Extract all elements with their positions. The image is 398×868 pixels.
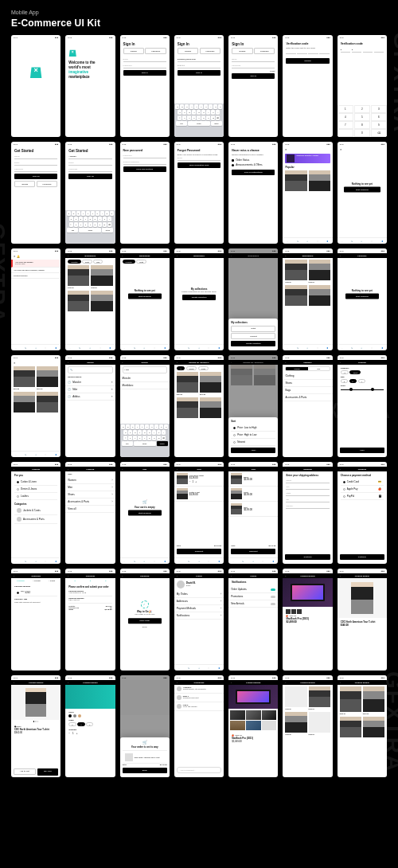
password-field[interactable]: Password — [123, 64, 166, 68]
city-field[interactable]: City — [286, 485, 329, 490]
email-field[interactable]: Email — [123, 57, 166, 62]
email-field[interactable]: Email — [14, 161, 57, 166]
confirm-button[interactable]: Confirm — [286, 58, 329, 64]
recent-search[interactable]: 🕐Moncler× — [65, 379, 115, 386]
product-card[interactable] — [68, 291, 89, 311]
product-card[interactable] — [200, 372, 221, 393]
keyboard[interactable]: qwertyuiop asdfghjkl ⇧zxcvbnm⌫ 123spaces… — [120, 424, 170, 457]
password-field[interactable]: Password — [123, 154, 166, 158]
product-card[interactable] — [68, 265, 89, 286]
category-item[interactable]: Shoes — [283, 380, 332, 387]
facebook-button[interactable]: Facebook — [145, 48, 166, 54]
toggle-row[interactable]: Promotions — [228, 593, 278, 600]
cart-item[interactable]: Wool Blend Jacket$128.00−1+ — [174, 471, 224, 487]
filter-chip[interactable]: Pants — [198, 366, 209, 370]
order-status-toggle[interactable]: Order Status — [236, 158, 249, 162]
cat-item[interactable]: Jackets & Coats — [14, 506, 57, 515]
profile-item[interactable]: Notifications› — [174, 612, 224, 620]
cart-item[interactable]: Cotton T-shirt$128.00 — [174, 487, 224, 502]
cat-item[interactable]: Accessories & Parts — [14, 515, 57, 524]
cat-viewall[interactable]: View all — [65, 506, 115, 513]
collection-outfit[interactable]: Outfit — [231, 326, 275, 332]
email-field[interactable]: Email — [178, 156, 220, 161]
filter-chip[interactable]: New — [93, 260, 103, 264]
tab-home[interactable]: ⌂ — [287, 240, 288, 242]
sort-option[interactable]: Newest — [231, 439, 275, 446]
google-button[interactable]: Google — [178, 48, 198, 54]
google-button[interactable]: Google — [14, 181, 35, 187]
country-field[interactable]: Country — [286, 504, 329, 509]
notify-button[interactable]: Turn on Notifications — [232, 170, 275, 175]
notification-item[interactable]: Your order has been confirmed, shipped — [11, 268, 60, 273]
start-shopping-button[interactable]: Start shopping — [345, 293, 379, 299]
cart-item[interactable]: Pants$128.00 — [228, 487, 278, 502]
product-card[interactable] — [309, 260, 330, 280]
filter-chip[interactable]: All — [177, 366, 185, 370]
name-field[interactable]: Amanda — [68, 154, 111, 159]
qty-minus[interactable]: − — [68, 732, 70, 735]
product-card[interactable] — [177, 397, 198, 418]
size-chip[interactable]: S — [341, 379, 348, 383]
product-card[interactable] — [200, 397, 221, 418]
product-card[interactable] — [309, 686, 330, 707]
product-card[interactable] — [37, 392, 58, 412]
continue-button[interactable]: Continue — [340, 554, 384, 560]
password-field[interactable]: Password — [68, 167, 111, 172]
profile-item[interactable]: Addresses› — [174, 598, 224, 605]
signup-button[interactable]: Sign Up — [14, 174, 57, 179]
keyboard[interactable]: qwertyuiop asdfghjkl ⇧zxcvbnm⌫ 123spacer… — [65, 210, 115, 244]
category-item[interactable]: Accessories & Parts — [283, 394, 332, 401]
product-card[interactable] — [14, 366, 35, 387]
tab-cart[interactable]: 🛒 — [306, 240, 308, 242]
product-card[interactable] — [91, 291, 112, 311]
email-field[interactable]: Email — [68, 161, 111, 166]
notification-item[interactable]: Your order has shipped12 min ago — [11, 260, 60, 268]
tab-search[interactable]: 🔍 — [297, 240, 298, 242]
zip-field[interactable]: Zip — [286, 498, 329, 502]
start-shopping-button[interactable]: Start shopping — [344, 186, 380, 192]
size-chip[interactable]: M — [349, 379, 357, 383]
pay-option[interactable]: Credit Card💳 — [341, 479, 384, 486]
recent-search[interactable]: 🕐Adidas× — [65, 393, 115, 401]
product-card[interactable] — [309, 170, 330, 191]
cart-item[interactable]: Blazer$128.00 — [228, 471, 278, 487]
cat-item[interactable]: Shoes› — [65, 491, 115, 499]
profile-avatar[interactable] — [177, 581, 185, 588]
facebook-button[interactable]: Facebook — [37, 181, 57, 187]
suggestion[interactable]: Montblanc — [120, 382, 170, 389]
checkout-button[interactable]: Checkout — [231, 549, 275, 554]
product-card[interactable] — [14, 392, 35, 412]
send-code-button[interactable]: Send verification code — [178, 162, 220, 168]
sort-option[interactable]: Price: Low to High — [231, 424, 275, 432]
google-button[interactable]: Google — [232, 48, 252, 54]
product-card[interactable] — [285, 285, 306, 306]
apply-button[interactable]: Apply — [231, 448, 275, 453]
filter-chip[interactable]: Favorites — [68, 260, 80, 264]
forgot-link[interactable]: Forgot — [232, 70, 275, 72]
create-collection-button[interactable]: Create collection — [182, 295, 216, 300]
sort-option[interactable]: Price: High to Low — [231, 432, 275, 439]
apply-button[interactable]: Apply — [340, 448, 384, 453]
keyboard[interactable]: qwertyuiop asdfghjkl ⇧zxcvbnm⌫ 123spacer… — [174, 104, 224, 137]
product-card[interactable] — [91, 265, 112, 286]
announcements-toggle[interactable]: Announcements & Offers — [236, 163, 262, 166]
product-card[interactable] — [285, 260, 306, 280]
start-shopping-button[interactable]: Start shopping — [128, 510, 162, 515]
pay-option[interactable]: PayPal🅿 — [341, 493, 384, 500]
done-button[interactable]: Done — [123, 768, 167, 773]
product-card[interactable] — [309, 712, 330, 733]
product-card[interactable] — [285, 170, 306, 191]
password-field[interactable]: Password — [14, 167, 57, 172]
create-button[interactable]: Create collection — [231, 341, 275, 346]
recent-search[interactable]: 🕐Nike× — [65, 386, 115, 393]
signin-button[interactable]: Sign In — [178, 70, 220, 76]
filter-chip[interactable]: Jacket — [186, 366, 197, 370]
cat-item[interactable]: Women› — [65, 477, 115, 484]
product-card[interactable] — [37, 366, 58, 387]
password-field[interactable]: Password — [232, 64, 275, 68]
qty-plus[interactable]: + — [76, 732, 78, 735]
product-card[interactable] — [363, 717, 384, 737]
product-card[interactable] — [285, 686, 306, 707]
email-field[interactable]: Email — [232, 57, 275, 62]
street-field[interactable]: Street — [286, 479, 329, 483]
